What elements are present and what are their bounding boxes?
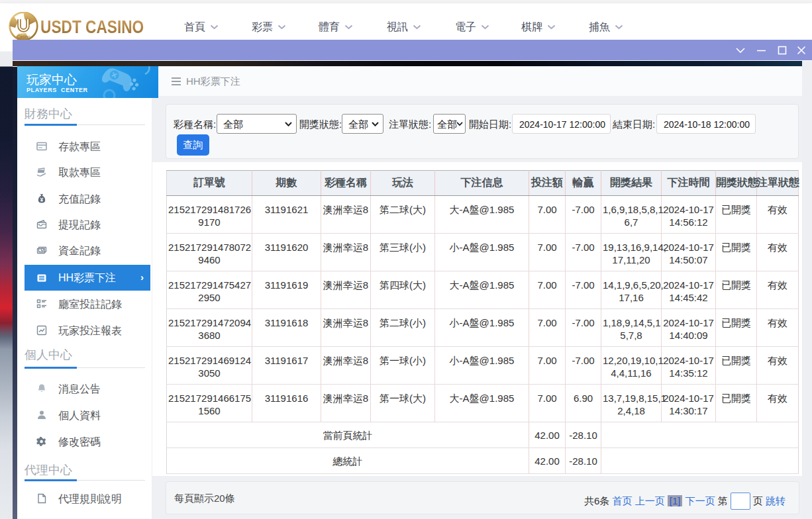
svg-text:Casino: Casino <box>17 34 30 39</box>
